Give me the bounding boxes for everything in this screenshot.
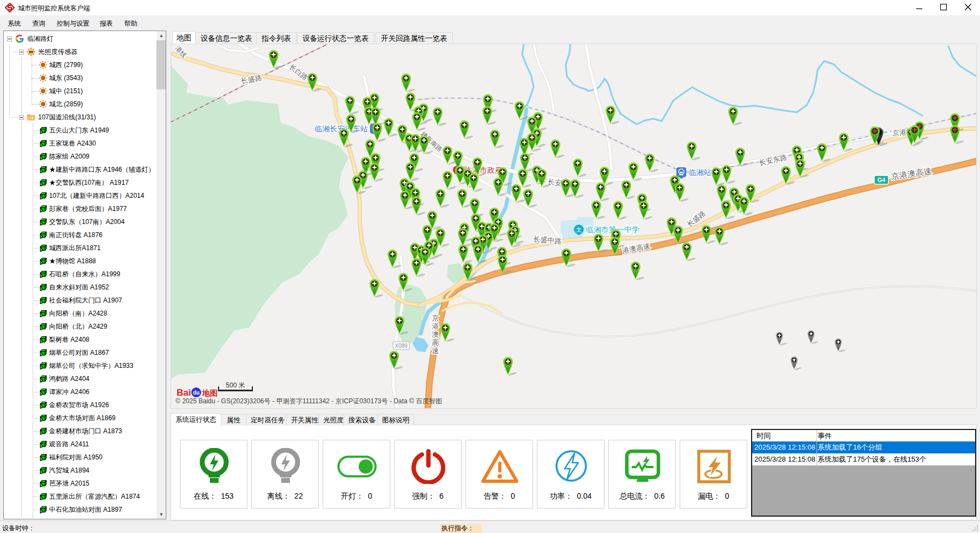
svg-text:du: du	[193, 390, 199, 396]
svg-text:地图: 地图	[202, 389, 217, 397]
svg-text:G4: G4	[878, 177, 886, 183]
svg-text:临湘站: 临湘站	[688, 168, 711, 177]
svg-text:京港澳高速: 京港澳高速	[432, 314, 439, 355]
svg-text:Bai: Bai	[177, 387, 191, 398]
svg-text:文: 文	[576, 227, 582, 233]
svg-text:500 米: 500 米	[226, 381, 245, 389]
svg-text:X089: X089	[395, 343, 408, 349]
svg-text:© 2025 Baidu - GS(2023)3206号 -: © 2025 Baidu - GS(2023)3206号 - 甲测资字11111…	[176, 397, 442, 405]
